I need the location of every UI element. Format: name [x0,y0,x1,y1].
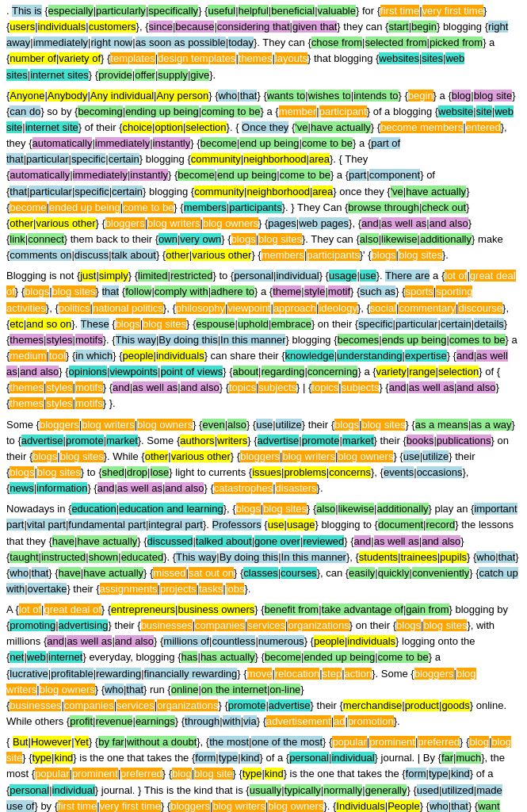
highlight-kind: kind [55,752,74,764]
highlight-educated: educated [121,551,164,563]
highlight-tasks: tasks [199,583,223,595]
highlight-option: option [155,121,182,133]
paragraph-7: { But|However|Yet} {by far|without a dou… [6,734,521,812]
highlight-countless: countless [212,635,256,647]
highlight-type2: type [219,752,239,764]
highlight-via: via [243,715,257,727]
highlight-understanding: understanding [337,350,402,362]
highlight-automatically2: automatically [10,169,70,181]
highlight-services2: services [116,699,155,711]
highlight-themes: themes [239,52,273,64]
highlight-and: and [361,217,379,229]
highlight-selected-from: selected from [365,36,427,48]
highlight-utilized: utilized [441,784,473,796]
highlight-neighborhood: neighborhood [243,153,307,165]
highlight-styles3: styles [46,397,72,409]
highlight-who2: who [476,551,495,563]
highlight-bloggers5: bloggers [170,800,210,812]
highlight-area2: area [312,186,333,197]
highlight-blogs6: blogs [10,466,34,478]
highlight-who3: who [10,567,29,579]
highlight-specific2: specific [74,186,109,197]
highlight-blogs4: blogs [334,419,359,431]
highlight-become2: become [178,169,214,181]
highlight-use2: use [268,519,285,530]
highlight-part2: part [349,169,366,181]
highlight-this: This is [12,5,42,17]
highlight-as-well-as5: as well as [117,482,162,494]
highlight-blog-writers5: blog writers [212,800,265,812]
highlight-ended-up-being: ended up being [49,201,120,213]
highlight-variety: variety [376,366,407,377]
highlight-topics2: topics [311,381,338,393]
highlight-members: members [184,201,227,213]
highlight-but: But [13,736,29,748]
highlight-picked-from: picked from [430,36,483,48]
highlight-various-other2: various other [192,249,251,261]
highlight-much: much [456,752,481,764]
highlight-wants-to: wants to [267,90,305,102]
highlight-has: has [181,651,198,663]
highlight-blog-writers: blog writers [147,217,200,229]
highlight-personal: personal [234,270,273,282]
highlight-news: news [10,482,33,494]
highlight-rewarding: rewarding [96,668,141,680]
highlight-users: users [10,21,35,33]
highlight-blogs7: blogs [236,503,261,515]
highlight-one-of-the-most: one of the most [251,736,323,748]
highlight-ending-up-being: ending up being [125,105,199,117]
highlight-usage2: usage [287,519,315,530]
highlight-community2: community [194,186,244,197]
highlight-that-follow: that [102,285,120,297]
highlight-have-actually3: have actually [77,535,137,547]
highlight-bloggers2: bloggers [40,419,79,431]
highlight-comments-on: comments on [10,249,71,261]
highlight-participants: participants [229,201,281,213]
highlight-become2: become [10,201,46,213]
highlight-participants2: participants [307,249,359,261]
highlight-financially-rewarding: financially rewarding [144,668,238,680]
highlight-businesses2: businesses [10,699,61,711]
highlight-blog-sites3: blog sites [52,285,96,297]
highlight-particular3: particular [395,318,437,330]
highlight-missed: missed [153,567,185,579]
highlight-blog-owners: blog owners [203,217,258,229]
highlight-entered: entered [466,121,501,133]
highlight-have-actually2: have actually [406,186,466,197]
highlight-as-well-as7: as well as [67,635,112,647]
highlight-this-way: This way [116,334,156,346]
highlight-particularly: particularly [96,5,146,17]
paragraph-6: A {lot of|great deal of} {entrepreneurs|… [6,602,521,730]
highlight-ve: 've [295,121,307,133]
highlight-and-also: and also [430,217,468,229]
highlight-individual2: individual [52,784,95,796]
highlight-members2: members [262,249,304,261]
highlight-particular: particular [26,153,68,165]
highlight-have-actually4: have actually [83,567,143,579]
highlight-various-other: various other [36,217,95,229]
highlight-come-to-be3: come to be [123,201,174,213]
highlight-normally: normally [323,784,362,796]
highlight-individuals2: individuals [347,635,395,647]
highlight-viewpoints: viewpoints [109,366,158,377]
highlight-online: online [171,684,199,695]
highlight-become-members: become members [380,121,463,133]
highlight-as-well-as4: as well as [409,381,454,393]
highlight-generally: generally [365,784,407,796]
highlight-as-soon: as soon as possible [136,36,226,48]
highlight-viewpoint: viewpoint [227,302,270,314]
highlight-people3: People [388,800,419,812]
highlight-end-up-being2: end up being [217,169,277,181]
highlight-selection: selection [438,366,479,377]
highlight-offer: offer [135,69,155,81]
highlight-as-well-as3: as well as [132,381,178,393]
highlight-overtake: overtake [28,583,67,595]
highlight-gone-over: gone over [254,535,300,547]
highlight-use2: use [403,450,420,462]
highlight-business-owners: business owners [178,603,254,615]
highlight-by-doing-this2: By doing this [220,551,278,563]
highlight-conveniently: conveniently [412,567,469,579]
highlight-since: since [149,21,173,33]
highlight-blog-owners3: blog owners [338,450,393,462]
highlight-valuable: valuable [318,5,356,17]
